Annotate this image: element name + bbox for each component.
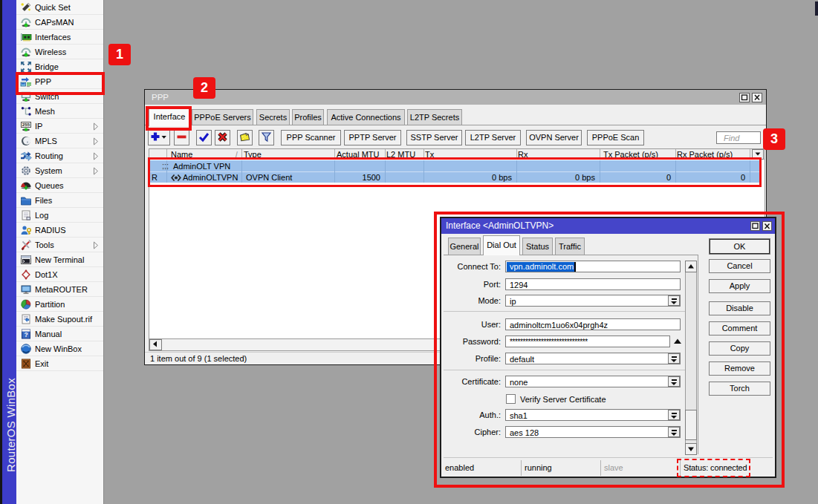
svg-text:?: ? — [24, 331, 27, 338]
svg-text:255: 255 — [22, 122, 30, 127]
